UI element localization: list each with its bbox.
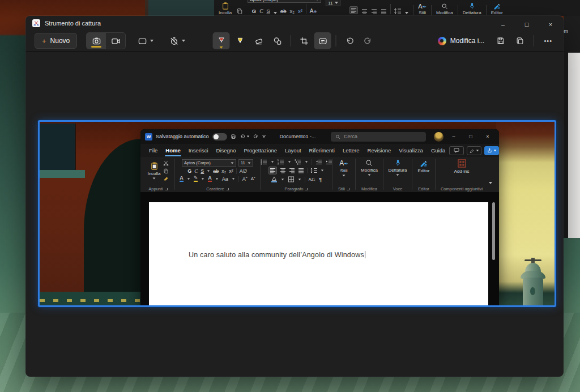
shrink-font-button[interactable]: Aˇ <box>251 176 255 182</box>
tab-riferimenti[interactable]: Riferimenti <box>305 144 339 157</box>
close-button[interactable]: × <box>481 134 494 139</box>
italic-button[interactable]: C <box>259 8 263 14</box>
sort-button[interactable]: AZ↓ <box>309 177 315 182</box>
align-right-button[interactable] <box>371 8 377 14</box>
clear-formatting-button[interactable]: A∅ <box>240 168 248 174</box>
strikethrough-button[interactable]: ab <box>213 168 219 174</box>
minimize-button[interactable]: – <box>447 134 460 139</box>
superscript-button[interactable]: x² <box>298 8 302 14</box>
tab-lettere[interactable]: Lettere <box>339 144 364 157</box>
tab-layout[interactable]: Layout <box>281 144 305 157</box>
tab-file[interactable]: File <box>145 144 161 157</box>
bg-editing-button[interactable]: Modifica <box>436 3 453 15</box>
minimize-button[interactable]: – <box>491 16 515 33</box>
subscript-button[interactable]: x₂ <box>221 168 226 174</box>
collapse-ribbon-button[interactable] <box>489 182 492 184</box>
tab-revisione[interactable]: Revisione <box>364 144 395 157</box>
shading-button[interactable] <box>271 176 278 182</box>
shapes-tool[interactable] <box>269 32 286 49</box>
styles-button[interactable]: A✒ Stili <box>339 159 348 177</box>
align-center-button[interactable] <box>280 168 286 173</box>
change-case-button[interactable]: Aa <box>222 176 228 182</box>
bg-font-name-box[interactable]: Aptos (Corpo) <box>248 0 321 3</box>
bg-dictate-button[interactable]: Dettatura <box>463 2 481 15</box>
dictate-button[interactable]: Dettatura <box>389 159 407 176</box>
tab-inserisci[interactable]: Inserisci <box>185 144 212 157</box>
paste-button[interactable]: Incolla <box>147 161 160 180</box>
line-spacing-button[interactable] <box>394 8 402 14</box>
scrollbar-thumb[interactable] <box>492 202 495 260</box>
maximize-button[interactable]: □ <box>515 16 539 33</box>
document-page[interactable]: Un caro saluto alla community dell’Angol… <box>149 202 488 305</box>
copy-button[interactable] <box>163 168 169 174</box>
editing-mode-button[interactable] <box>467 146 481 155</box>
numbering-button[interactable] <box>278 159 284 165</box>
addins-button[interactable]: Add-ins <box>454 159 469 174</box>
italic-button[interactable]: C <box>194 168 198 174</box>
copy-button[interactable] <box>511 32 528 49</box>
highlight-color-button[interactable]: ✎ <box>194 176 198 182</box>
new-capture-button[interactable]: + Nuovo <box>35 33 77 49</box>
search-box[interactable]: Cerca <box>331 132 426 142</box>
tab-guida[interactable]: Guida <box>427 144 449 157</box>
save-button[interactable] <box>492 32 509 49</box>
line-spacing-button[interactable] <box>310 168 318 173</box>
bg-font-size-box[interactable]: 11 <box>326 0 340 6</box>
bold-button[interactable]: G <box>252 8 256 14</box>
strikethrough-button[interactable]: ab <box>280 8 287 14</box>
align-right-button[interactable] <box>289 168 295 173</box>
redo-button[interactable] <box>253 134 259 139</box>
subscript-button[interactable]: x₂ <box>289 8 294 14</box>
tab-visualizza[interactable]: Visualizza <box>395 144 427 157</box>
redo-button[interactable] <box>360 32 377 49</box>
align-left-button[interactable] <box>349 6 358 14</box>
text-effects-button[interactable]: A✙ <box>310 8 317 14</box>
tab-disegno[interactable]: Disegno <box>212 144 240 157</box>
tab-progettazione[interactable]: Progettazione <box>240 144 281 157</box>
dialog-launcher-icon[interactable] <box>227 188 229 190</box>
superscript-button[interactable]: x² <box>229 168 233 174</box>
dialog-launcher-icon[interactable] <box>347 188 349 190</box>
bullets-button[interactable] <box>261 159 267 165</box>
quick-save-button[interactable] <box>231 134 236 139</box>
multilevel-list-button[interactable] <box>295 159 301 165</box>
underline-button[interactable]: S <box>201 168 204 174</box>
editor-button[interactable]: Editor <box>418 159 430 173</box>
bg-styles-button[interactable]: A✒ Stili <box>418 3 427 15</box>
borders-button[interactable] <box>288 176 295 182</box>
tab-home[interactable]: Home <box>161 144 184 157</box>
underline-button[interactable]: S <box>267 8 270 14</box>
font-name-box[interactable]: Aptos (Corpo) <box>182 159 236 167</box>
undo-button[interactable] <box>341 32 358 49</box>
close-button[interactable]: × <box>539 16 562 33</box>
crop-tool[interactable] <box>296 32 313 49</box>
captured-screenshot[interactable]: W Salvataggio automatico <box>38 120 556 307</box>
ballpoint-pen-tool[interactable] <box>213 32 230 49</box>
edit-in-paint-button[interactable]: Modifica i... <box>432 33 491 49</box>
align-left-button[interactable] <box>268 167 277 174</box>
bold-button[interactable]: G <box>187 168 191 174</box>
undo-button[interactable] <box>240 134 250 139</box>
snip-shape-dropdown[interactable] <box>134 33 157 49</box>
increase-indent-button[interactable] <box>326 159 332 165</box>
maximize-button[interactable]: □ <box>464 134 477 139</box>
bg-editor-button[interactable]: Editor <box>491 2 503 15</box>
format-painter-button[interactable] <box>163 176 169 182</box>
comments-button[interactable] <box>449 146 464 155</box>
account-avatar[interactable] <box>434 132 443 142</box>
font-size-box[interactable]: 11 <box>238 159 253 167</box>
text-actions-tool[interactable] <box>314 32 331 49</box>
justify-button[interactable] <box>381 8 387 14</box>
eraser-tool[interactable] <box>250 32 267 49</box>
autosave-toggle[interactable] <box>212 133 227 140</box>
video-mode-button[interactable] <box>106 33 125 49</box>
highlighter-tool[interactable] <box>232 32 249 49</box>
quick-access-options-button[interactable] <box>262 135 266 138</box>
show-formatting-button[interactable]: ¶ <box>319 177 322 182</box>
font-color-button[interactable]: A <box>208 176 212 182</box>
editing-button[interactable]: Modifica <box>361 159 378 176</box>
decrease-indent-button[interactable] <box>315 159 322 165</box>
dialog-launcher-icon[interactable] <box>165 188 168 190</box>
justify-button[interactable] <box>298 168 304 173</box>
grow-font-button[interactable]: Aˆ <box>242 176 248 182</box>
